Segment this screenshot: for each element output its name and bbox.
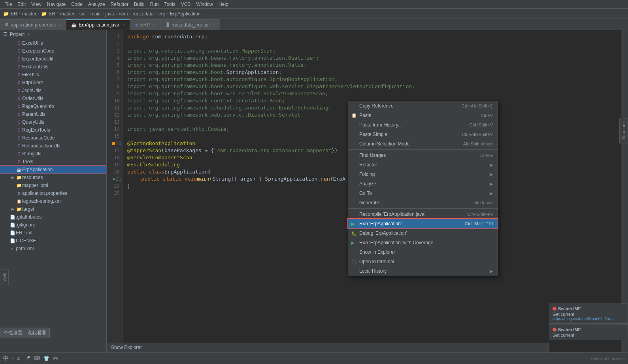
coverage-icon: ▶ (351, 241, 355, 245)
notif-1: Switch IME Get current https://blog.csdn… (549, 304, 628, 324)
tree-item-app-props[interactable]: ⚙ application.properties (0, 189, 106, 197)
tree-item-queryutils[interactable]: C QueryUtils (0, 118, 106, 126)
tree-item-orderutils[interactable]: C OrderUtils (0, 94, 106, 102)
show-explorer-bar[interactable]: Show Explorer (107, 343, 549, 352)
ctx-folding[interactable]: Folding ▶ (348, 170, 498, 179)
ctx-recompile[interactable]: Recompile 'ErpApplication.java' Ctrl+Shi… (348, 209, 498, 219)
breadcrumb-item-7[interactable]: erp (158, 11, 165, 17)
c-icon: C (17, 49, 20, 53)
ime-item-3[interactable]: 🎤 (25, 356, 30, 361)
menu-run[interactable]: Run (147, 1, 162, 8)
structure-tab[interactable]: Structure (619, 119, 628, 143)
ctx-paste[interactable]: 📋 Paste Ctrl+V (348, 111, 498, 120)
tree-item-tools[interactable]: C Tools (0, 158, 106, 166)
ctx-refactor[interactable]: Refactor ▶ (348, 160, 498, 170)
ctx-open-terminal[interactable]: ⬛ Open in terminal (348, 257, 498, 266)
c-icon: ☕ (17, 168, 21, 172)
tab-erp[interactable]: m ERP × (130, 19, 161, 30)
tree-item-erpapplication[interactable]: ☕ ErpApplication (0, 166, 106, 174)
menu-build[interactable]: Build (131, 1, 147, 8)
notif-link-1[interactable]: https://blog.csdn.net/SparkOnYarn (553, 317, 624, 321)
tree-item-resources[interactable]: ▶ 📁 resources (0, 174, 106, 181)
menu-help[interactable]: Help (216, 1, 231, 8)
tab-application-properties[interactable]: ⚙ application.properties × (0, 19, 66, 30)
tree-item-pom[interactable]: m pom.xml (0, 245, 106, 253)
tab-close-3[interactable]: × (213, 23, 215, 27)
menu-vcs[interactable]: VCS (178, 1, 194, 8)
ime-item-2[interactable]: ☺ (16, 356, 21, 361)
web-tab[interactable]: Web (0, 269, 9, 285)
tree-item-logback[interactable]: 📋 logback-spring.xml (0, 197, 106, 205)
ctx-copy-reference[interactable]: Copy Reference Ctrl+Alt+Shift+C (348, 101, 498, 111)
tree-label: .gitattributes (16, 214, 41, 220)
ime-item-5[interactable]: 👕 (43, 356, 49, 361)
tree-item-gitignore[interactable]: 📄 .gitignore (0, 221, 106, 229)
menu-tools[interactable]: Tools (162, 1, 178, 8)
breadcrumb-item-6[interactable]: ruozedata (132, 11, 153, 17)
tree-item-pagequeryinfo[interactable]: C PageQueryInfo (0, 102, 106, 110)
tree-item-gitattributes[interactable]: 📄 .gitattributes (0, 213, 106, 221)
tab-close-2[interactable]: × (153, 23, 155, 27)
breadcrumb-item-8[interactable]: ErpApplication (170, 11, 200, 17)
breadcrumb-item-2[interactable]: src (79, 11, 86, 17)
tree-item-target[interactable]: ▶ 📁 target (0, 205, 106, 213)
code-line-7: import org.springframework.boot.autoconf… (127, 76, 621, 83)
tree-label: ERP.iml (16, 230, 32, 236)
tree-item-regexptools[interactable]: C RegExpTools (0, 126, 106, 134)
ctx-run-coverage[interactable]: ▶ Run 'ErpApplication' with Coverage (348, 238, 498, 247)
panel-dropdown-icon[interactable]: ▼ (27, 32, 30, 36)
tooltip-text: 个性设置，点我看看 (4, 330, 46, 336)
ctx-find-usages[interactable]: Find Usages Ctrl+G (348, 151, 498, 160)
ctx-goto[interactable]: Go To ▶ (348, 189, 498, 198)
tab-icon-2: m (135, 23, 138, 27)
ctx-run[interactable]: ▶ Run 'ErpApplication' Ctrl+Shift+F10 (348, 219, 498, 228)
ctx-debug[interactable]: 🐛 Debug 'ErpApplication' (348, 228, 498, 238)
ime-item-4[interactable]: ⌨ (34, 356, 40, 361)
ime-item-6[interactable]: 🎮 (53, 356, 58, 361)
menu-navigate[interactable]: Navigate (44, 1, 68, 8)
menu-refactor[interactable]: Refactor (108, 1, 131, 8)
tree-item-responsecode[interactable]: C ResponseCode (0, 134, 106, 142)
tree-item-erp-iml[interactable]: 📄 ERP.iml (0, 229, 106, 237)
ime-item-1[interactable]: · (12, 356, 13, 361)
breadcrumb-item-0[interactable]: ERP-master (11, 11, 36, 17)
breadcrumb-item-5[interactable]: com (119, 11, 128, 17)
breadcrumb-item-3[interactable]: main (91, 11, 101, 17)
menu-file[interactable]: File (2, 1, 15, 8)
tree-item-license[interactable]: 📄 LICENSE (0, 237, 106, 245)
ctx-label: Folding (359, 172, 375, 177)
ctx-generate[interactable]: Generate... Alt+Insert (348, 198, 498, 207)
tab-close-0[interactable]: × (59, 23, 61, 27)
tree-item-responsejsonutil[interactable]: C ResponseJsonUtil (0, 142, 106, 150)
tree-item-fileutils[interactable]: C FileUtils (0, 71, 106, 79)
ctx-shortcut: Ctrl+V (481, 113, 493, 118)
tree-item-stringutil[interactable]: C StringUtil (0, 150, 106, 158)
menu-code[interactable]: Code (68, 1, 85, 8)
menu-analyze[interactable]: Analyze (85, 1, 108, 8)
ctx-show-explorer[interactable]: Show in Explorer (348, 247, 498, 257)
tab-sql[interactable]: 🗄 ruozedata_erp.sql × (160, 19, 220, 30)
tree-item-excelutils[interactable]: C ExcelUtils (0, 39, 106, 47)
menu-view[interactable]: View (28, 1, 44, 8)
breadcrumb-item-1[interactable]: ERP-master (49, 11, 74, 17)
tree-item-mapper-xml[interactable]: 📁 mapper_xml (0, 181, 106, 189)
tab-close-1[interactable]: × (123, 23, 125, 27)
menu-edit[interactable]: Edit (15, 1, 28, 8)
ctx-local-history[interactable]: Local History ▶ (348, 266, 498, 276)
ctx-label: Refactor (359, 162, 377, 168)
tree-item-exceptioncode[interactable]: C ExceptionCode (0, 47, 106, 55)
ime-item-0[interactable]: 中 (3, 355, 9, 362)
menu-window[interactable]: Window (193, 1, 216, 8)
breadcrumb-item-4[interactable]: java (106, 11, 114, 17)
tree-item-httpclient[interactable]: C HttpClient (0, 79, 106, 87)
ctx-paste-simple[interactable]: Paste Simple Ctrl+Alt+Shift+V (348, 130, 498, 139)
tree-item-exportexecutil[interactable]: C ExportExecUtil (0, 55, 106, 63)
ctx-paste-history[interactable]: Paste from History... Ctrl+Shift+V (348, 120, 498, 130)
tab-erp-application[interactable]: ☕ ErpApplication.java × (66, 19, 130, 30)
ctx-shortcut: Ctrl+Alt+Shift+V (462, 132, 493, 137)
tree-item-jsonutils[interactable]: C JsonUtils (0, 87, 106, 94)
ctx-analyze[interactable]: Analyze ▶ (348, 179, 498, 189)
ctx-column-selection[interactable]: Column Selection Mode Alt+Shift+Insert (348, 139, 498, 149)
tree-item-paramutils[interactable]: C ParamUtils (0, 110, 106, 118)
tree-item-extjsonutils[interactable]: C ExtJsonUtils (0, 63, 106, 71)
